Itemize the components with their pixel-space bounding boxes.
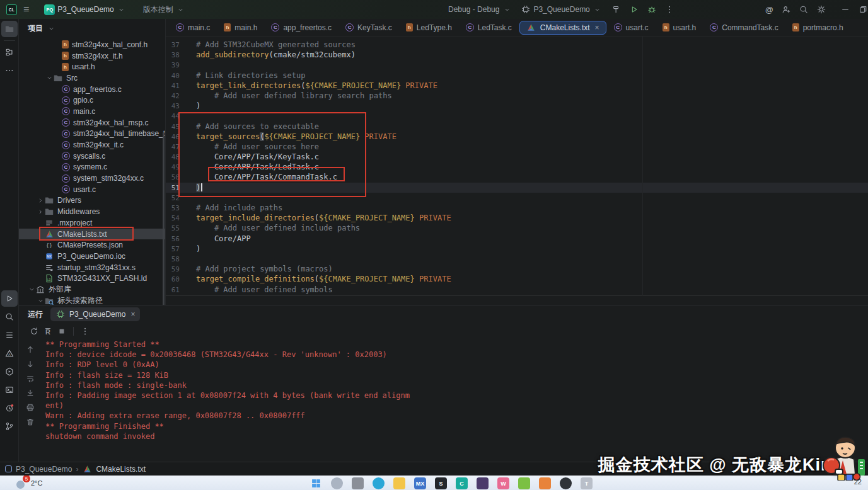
code-line-48[interactable]: 48 Core/APP/Task/KeyTask.c [166,152,868,162]
stop-icon[interactable] [57,326,67,336]
tab-portmacro.h[interactable]: hportmacro.h [786,21,850,35]
code-line-39[interactable]: 39 [166,60,868,70]
taskbar-app-gitkraken[interactable] [477,477,489,489]
scrollend-icon[interactable] [25,388,35,398]
tree-item-usart.c[interactable]: Cusart.c [19,184,165,195]
tab-KeyTask.c[interactable]: CKeyTask.c [339,21,398,35]
arrow-down-icon[interactable] [25,359,35,369]
code-line-47[interactable]: 47 # Add user sources here [166,142,868,152]
settings-gear-icon[interactable] [816,4,826,14]
tree-item-syscalls.c[interactable]: Csyscalls.c [19,151,165,162]
code-line-44[interactable]: 44 [166,111,868,121]
code-line-57[interactable]: 57) [166,244,868,254]
code-line-53[interactable]: 53# Add include paths [166,203,868,213]
tree-item-stm32g4xx_hal_conf.h[interactable]: hstm32g4xx_hal_conf.h [19,39,165,50]
taskbar-app-app-green[interactable] [518,477,530,489]
run-tab[interactable]: P3_QueueDemo × [50,307,140,321]
arrow-up-icon[interactable] [25,345,35,355]
code-line-59[interactable]: 59# Add project symbols (macros) [166,264,868,274]
run-icon[interactable] [1,290,18,307]
more-tools-icon[interactable] [1,62,18,79]
trash-icon[interactable] [25,417,35,427]
tab-main.h[interactable]: hmain.h [217,21,263,35]
code-line-37[interactable]: 37# Add STM32CubeMX generated sources [166,40,868,50]
services-icon[interactable] [1,363,18,380]
reset-icon[interactable]: R [45,328,50,335]
tree-item-Middlewares[interactable]: Middlewares [19,206,165,217]
tree-item-stm32g4xx_it.h[interactable]: hstm32g4xx_it.h [19,50,165,62]
taskbar-app-windows-start[interactable] [310,477,322,489]
tab-CommandTask.c[interactable]: CCommandTask.c [703,21,784,35]
tab-usart.c[interactable]: Cusart.c [608,21,655,35]
problems-icon[interactable]: A [1,345,18,362]
code-line-41[interactable]: 41target_link_directories(${CMAKE_PROJEC… [166,81,868,91]
tree-item-app_freertos.c[interactable]: Capp_freertos.c [19,84,165,95]
more-options-icon[interactable] [80,326,90,336]
build-hammer-icon[interactable] [611,4,622,14]
taskbar-weather-widget[interactable]: 5 2°C [16,477,42,489]
tree-item-system_stm32g4xx.c[interactable]: Csystem_stm32g4xx.c [19,173,165,184]
project-panel-header[interactable]: 项目 [19,19,165,38]
taskbar-app-taskbar-search[interactable] [331,477,343,489]
tree-item-main.c[interactable]: Cmain.c [19,106,165,117]
code-line-54[interactable]: 54target_include_directories(${CMAKE_PRO… [166,213,868,223]
tree-item-sysmem.c[interactable]: Csysmem.c [19,162,165,173]
taskbar-app-contacts[interactable] [560,477,572,489]
tree-item-Src[interactable]: Src [19,72,165,84]
tree-scrollbar[interactable] [163,132,165,305]
taskbar-app-clion[interactable]: C [456,477,468,489]
todo-icon[interactable] [1,327,18,343]
ai-assistant-icon[interactable]: @ [765,6,773,14]
tree-item-Drivers[interactable]: Drivers [19,195,165,207]
version-control-icon[interactable] [1,418,18,435]
debug-button-icon[interactable] [647,4,657,14]
restore-window-icon[interactable] [858,4,868,14]
more-actions-icon[interactable] [664,4,674,14]
tree-item-STM32G431XX_FLASH.ld[interactable]: LDSTM32G431XX_FLASH.ld [19,273,165,284]
code-line-51[interactable]: 51) [166,183,868,193]
code-line-42[interactable]: 42 # Add user defined library search pat… [166,91,868,101]
minimize-window-icon[interactable] [840,4,850,14]
code-line-61[interactable]: 61 # Add user defined symbols [166,285,868,295]
taskbar-clock[interactable]: 22 [854,478,862,486]
tab-LedTask.c[interactable]: CLedTask.c [460,21,518,35]
tree-item--[interactable]: 外部库 [19,284,165,295]
code-line-56[interactable]: 56 Core/APP [166,234,868,244]
vcs-widget[interactable]: 版本控制 [143,4,186,15]
rerun-icon[interactable] [29,326,39,336]
main-menu-icon[interactable]: ≡ [23,4,29,14]
softwrap-icon[interactable] [25,373,35,384]
code-line-55[interactable]: 55 # Add user defined include paths [166,223,868,233]
tree-item-stm32g4xx_hal_msp.c[interactable]: Cstm32g4xx_hal_msp.c [19,117,165,128]
tree-item-CMakePresets.json[interactable]: {}CMakePresets.json [19,239,165,251]
code-line-58[interactable]: 58 [166,254,868,264]
tab-CMakeLists.txt[interactable]: CMakeLists.txt× [519,21,606,35]
console-output[interactable]: ** Programming Started **Info : device i… [45,339,868,462]
taskbar-app-widgets[interactable] [352,477,364,489]
chevron-down-icon[interactable] [45,74,53,81]
taskbar-app-app-t[interactable]: T [581,477,593,489]
code-line-43[interactable]: 43) [166,101,868,111]
find-icon[interactable] [1,309,18,325]
breadcrumb-project[interactable]: P3_QueueDemo [16,465,72,474]
tab-usart.h[interactable]: husart.h [656,21,703,35]
tree-item-P3_QueueDemo.ioc[interactable]: MXP3_QueueDemo.ioc [19,251,165,262]
run-button-icon[interactable] [629,4,639,14]
printer-icon[interactable] [25,402,35,413]
code-with-me-icon[interactable] [781,4,791,14]
code-line-49[interactable]: 49 Core/APP/Task/LedTask.c [166,162,868,172]
target-selector[interactable]: P3_QueueDemo [521,4,602,14]
code-editor[interactable]: 37# Add STM32CubeMX generated sources38a… [166,37,868,296]
chevron-down-icon[interactable] [28,286,35,293]
code-line-45[interactable]: 45# Add sources to executable [166,122,868,132]
tree-item-stm32g4xx_hal_timebase_tim.c[interactable]: Cstm32g4xx_hal_timebase_tim.c [19,128,165,140]
search-everywhere-icon[interactable] [799,4,809,14]
tree-item-.mxproject[interactable]: .mxproject [19,217,165,229]
code-line-38[interactable]: 38add_subdirectory(cmake/stm32cubemx) [166,50,868,60]
profiler-icon[interactable] [1,400,18,416]
code-line-40[interactable]: 40# Link directories setup [166,71,868,81]
breadcrumb-file[interactable]: CMakeLists.txt [96,465,146,474]
tree-item--[interactable]: 标头搜索路径 [19,295,165,305]
code-line-60[interactable]: 60target_compile_definitions(${CMAKE_PRO… [166,274,868,284]
taskbar-app-edge-browser[interactable] [373,477,385,489]
